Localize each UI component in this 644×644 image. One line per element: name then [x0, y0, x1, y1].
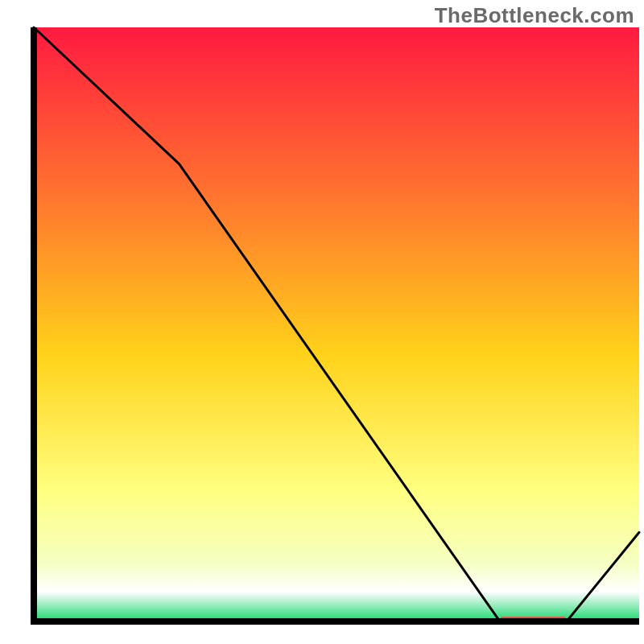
watermark-text: TheBottleneck.com: [435, 3, 634, 28]
chart-container: TheBottleneck.com: [0, 0, 644, 644]
plot-background: [34, 27, 639, 621]
bottleneck-chart: [0, 0, 644, 644]
